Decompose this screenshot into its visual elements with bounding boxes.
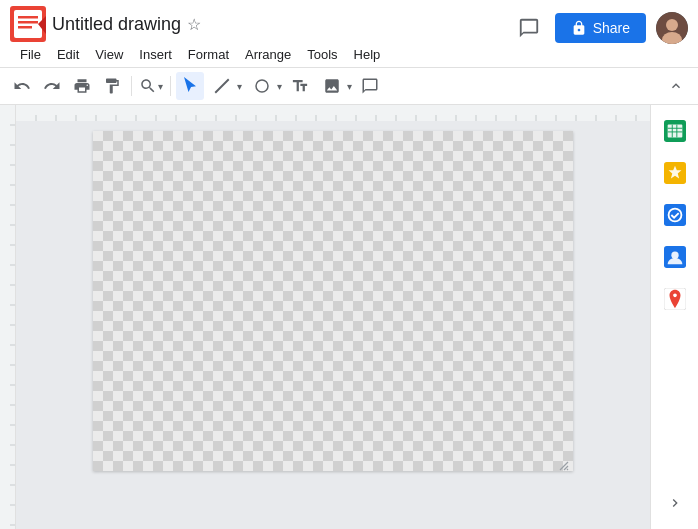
app-icon [10,6,46,42]
share-button[interactable]: Share [555,13,646,43]
zoom-dropdown[interactable]: ▾ [137,72,165,100]
shape-arrow: ▾ [277,81,282,92]
header-left: Untitled drawing ☆ File Edit View Insert… [10,6,513,67]
shape-button[interactable] [248,72,276,100]
separator-2 [170,76,171,96]
header-right: Share [513,6,688,52]
menu-arrange[interactable]: Arrange [237,44,299,65]
top-ruler [16,105,650,121]
svg-rect-3 [18,21,38,24]
comments-icon[interactable] [513,12,545,44]
redo-button[interactable] [38,72,66,100]
image-button[interactable] [318,72,346,100]
tasks-icon[interactable] [657,197,693,233]
doc-title[interactable]: Untitled drawing [52,14,181,35]
image-icon [323,77,341,95]
expand-panel-button[interactable] [657,485,693,521]
keep-icon[interactable] [657,155,693,191]
svg-rect-73 [664,204,686,226]
menu-insert[interactable]: Insert [131,44,180,65]
right-panel [650,105,698,529]
line-arrow: ▾ [237,81,242,92]
sheets-icon[interactable] [657,113,693,149]
comment-icon [361,77,379,95]
menu-tools[interactable]: Tools [299,44,345,65]
svg-rect-67 [667,125,682,138]
toolbar: ▾ ▾ ▾ ▾ [0,68,698,105]
share-label: Share [593,20,630,36]
svg-rect-34 [16,105,650,121]
menu-edit[interactable]: Edit [49,44,87,65]
canvas-scroll[interactable] [16,121,650,529]
svg-rect-4 [18,26,32,29]
canvas-inner [93,131,573,471]
left-ruler [0,105,16,529]
comment-button[interactable] [356,72,384,100]
line-dropdown[interactable]: ▾ [206,72,244,100]
cursor-icon [181,77,199,95]
select-button[interactable] [176,72,204,100]
image-dropdown[interactable]: ▾ [316,72,354,100]
zoom-icon [139,77,157,95]
lock-icon [571,20,587,36]
shape-icon [253,77,271,95]
svg-point-76 [671,252,678,259]
user-avatar[interactable] [656,12,688,44]
undo-button[interactable] [8,72,36,100]
collapse-icon [668,78,684,94]
resize-handle[interactable] [559,457,569,467]
star-icon[interactable]: ☆ [187,15,201,34]
menu-file[interactable]: File [12,44,49,65]
chevron-right-icon [667,495,683,511]
right-panel-bottom [657,485,693,529]
menu-format[interactable]: Format [180,44,237,65]
main-area [0,105,698,529]
resize-icon [559,461,569,471]
menu-bar: File Edit View Insert Format Arrange Too… [10,44,513,67]
svg-rect-1 [14,10,42,38]
shape-dropdown[interactable]: ▾ [246,72,284,100]
textbox-button[interactable] [286,72,314,100]
line-icon [213,77,231,95]
svg-rect-2 [18,16,38,19]
header: Untitled drawing ☆ File Edit View Insert… [0,0,698,68]
collapse-toolbar-button[interactable] [662,72,690,100]
title-row: Untitled drawing ☆ [10,6,513,42]
menu-view[interactable]: View [87,44,131,65]
print-button[interactable] [68,72,96,100]
svg-rect-11 [0,105,16,529]
textbox-icon [291,77,309,95]
paint-format-button[interactable] [98,72,126,100]
zoom-arrow: ▾ [158,81,163,92]
svg-point-7 [666,19,678,31]
svg-point-10 [256,80,268,92]
menu-help[interactable]: Help [346,44,389,65]
image-arrow: ▾ [347,81,352,92]
drawing-canvas[interactable] [93,131,573,471]
line-button[interactable] [208,72,236,100]
separator-1 [131,76,132,96]
canvas-area [16,105,650,529]
svg-line-9 [215,79,229,93]
maps-icon[interactable] [657,281,693,317]
contacts-icon[interactable] [657,239,693,275]
